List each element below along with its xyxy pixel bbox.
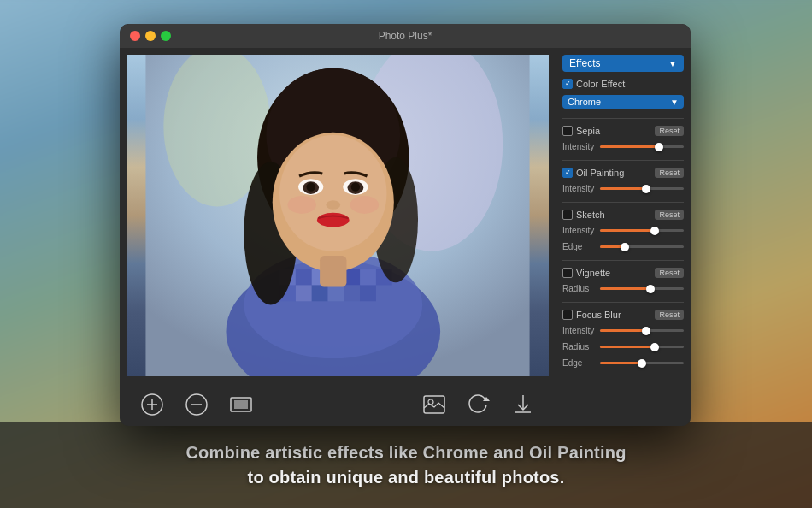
vignette-radius-label: Radius	[562, 284, 597, 293]
toolbar-right-group	[419, 389, 538, 420]
vignette-radius-fill	[600, 287, 650, 290]
sepia-intensity-thumb[interactable]	[655, 143, 663, 151]
svg-rect-42	[424, 396, 444, 413]
sketch-checkbox[interactable]	[562, 210, 573, 220]
effects-dropdown-arrow: ▼	[668, 59, 677, 68]
svg-rect-17	[360, 285, 376, 301]
sepia-row: Sepia Reset	[562, 126, 684, 136]
oil-painting-label: Oil Painting	[576, 168, 651, 178]
sepia-intensity-fill	[600, 145, 659, 148]
portrait-image	[127, 55, 549, 376]
svg-point-28	[306, 182, 315, 191]
focus-blur-intensity-thumb[interactable]	[642, 327, 650, 335]
oil-painting-reset-button[interactable]: Reset	[655, 168, 684, 178]
sepia-checkbox[interactable]	[562, 126, 573, 136]
photo-toolbar	[120, 383, 556, 426]
app-window: Photo Plus*	[120, 24, 691, 426]
focus-blur-edge-row: Edge	[562, 358, 684, 368]
focus-blur-intensity-row: Intensity	[562, 326, 684, 335]
export-image-button[interactable]	[419, 389, 450, 420]
titlebar: Photo Plus*	[120, 24, 691, 48]
bottom-caption: Combine artistic effects like Chrome and…	[185, 440, 626, 490]
focus-blur-radius-track[interactable]	[600, 346, 684, 348]
photo-canvas-area	[127, 55, 549, 376]
maximize-button[interactable]	[161, 31, 171, 41]
vignette-label: Vignette	[576, 268, 651, 278]
oil-painting-checkbox[interactable]	[562, 168, 573, 178]
focus-blur-radius-thumb[interactable]	[650, 343, 659, 351]
vignette-reset-button[interactable]: Reset	[655, 268, 684, 278]
sepia-label: Sepia	[576, 126, 651, 136]
sketch-edge-label: Edge	[562, 242, 597, 251]
sketch-row: Sketch Reset	[562, 210, 684, 220]
divider-4	[562, 260, 684, 261]
window-title: Photo Plus*	[379, 30, 432, 42]
focus-blur-edge-label: Edge	[562, 358, 597, 368]
sepia-intensity-track[interactable]	[600, 145, 684, 148]
sepia-reset-button[interactable]: Reset	[655, 126, 684, 136]
focus-blur-radius-fill	[600, 346, 655, 348]
chrome-dropdown-label: Chrome	[568, 97, 601, 107]
svg-rect-15	[328, 285, 344, 301]
zoom-in-button[interactable]	[137, 389, 168, 420]
color-effect-label: Color Effect	[576, 79, 684, 89]
focus-blur-edge-thumb[interactable]	[638, 359, 646, 368]
sketch-edge-track[interactable]	[600, 245, 684, 248]
photo-canvas	[127, 55, 549, 376]
traffic-lights	[130, 31, 171, 41]
svg-point-29	[351, 182, 360, 191]
sketch-label: Sketch	[576, 210, 651, 220]
effects-dropdown[interactable]: Effects ▼	[562, 55, 684, 72]
sepia-intensity-label: Intensity	[562, 142, 597, 151]
sketch-intensity-track[interactable]	[600, 229, 684, 232]
divider-5	[562, 302, 684, 303]
focus-blur-checkbox[interactable]	[562, 310, 573, 320]
sketch-reset-button[interactable]: Reset	[655, 210, 684, 220]
focus-blur-edge-track[interactable]	[600, 362, 684, 364]
sketch-intensity-row: Intensity	[562, 226, 684, 235]
oil-painting-intensity-thumb[interactable]	[642, 185, 650, 193]
rotate-button[interactable]	[463, 389, 494, 420]
focus-blur-reset-button[interactable]: Reset	[655, 310, 684, 320]
svg-rect-13	[296, 285, 312, 301]
right-panel: Effects ▼ Color Effect Chrome ▼ Sepia Re…	[556, 48, 691, 426]
close-button[interactable]	[130, 31, 140, 41]
oil-painting-row: Oil Painting Reset	[562, 168, 684, 178]
sepia-intensity-row: Intensity	[562, 142, 684, 151]
divider-2	[562, 160, 684, 161]
svg-point-30	[326, 200, 340, 209]
fit-button[interactable]	[226, 389, 256, 420]
focus-blur-intensity-track[interactable]	[600, 329, 684, 332]
oil-painting-intensity-label: Intensity	[562, 184, 597, 193]
photo-panel	[120, 48, 556, 426]
minimize-button[interactable]	[145, 31, 156, 41]
caption-line2: to obtain unique and beautiful photos.	[248, 468, 565, 487]
zoom-out-button[interactable]	[181, 389, 212, 420]
color-effect-checkbox[interactable]	[562, 79, 573, 89]
oil-painting-intensity-track[interactable]	[600, 187, 684, 190]
svg-point-32	[288, 196, 316, 214]
oil-painting-intensity-fill	[600, 187, 646, 190]
svg-rect-16	[344, 285, 360, 301]
vignette-radius-track[interactable]	[600, 287, 684, 290]
effects-dropdown-label: Effects	[569, 57, 600, 69]
sketch-edge-thumb[interactable]	[621, 243, 629, 251]
sketch-intensity-fill	[600, 229, 655, 232]
toolbar-left-group	[137, 389, 256, 420]
sketch-intensity-thumb[interactable]	[650, 227, 659, 235]
main-content: Effects ▼ Color Effect Chrome ▼ Sepia Re…	[120, 48, 691, 426]
vignette-radius-thumb[interactable]	[646, 285, 655, 293]
download-button[interactable]	[508, 389, 538, 420]
focus-blur-edge-fill	[600, 362, 642, 364]
svg-point-23	[279, 135, 386, 251]
focus-blur-radius-label: Radius	[562, 342, 597, 351]
vignette-checkbox[interactable]	[562, 268, 573, 278]
focus-blur-row: Focus Blur Reset	[562, 310, 684, 320]
svg-rect-14	[312, 285, 328, 301]
bottom-caption-area: Combine artistic effects like Chrome and…	[0, 422, 812, 508]
chrome-dropdown[interactable]: Chrome ▼	[562, 95, 684, 109]
sketch-edge-row: Edge	[562, 242, 684, 251]
caption-line1: Combine artistic effects like Chrome and…	[185, 443, 626, 462]
sketch-intensity-label: Intensity	[562, 226, 597, 235]
portrait-svg	[127, 55, 549, 376]
